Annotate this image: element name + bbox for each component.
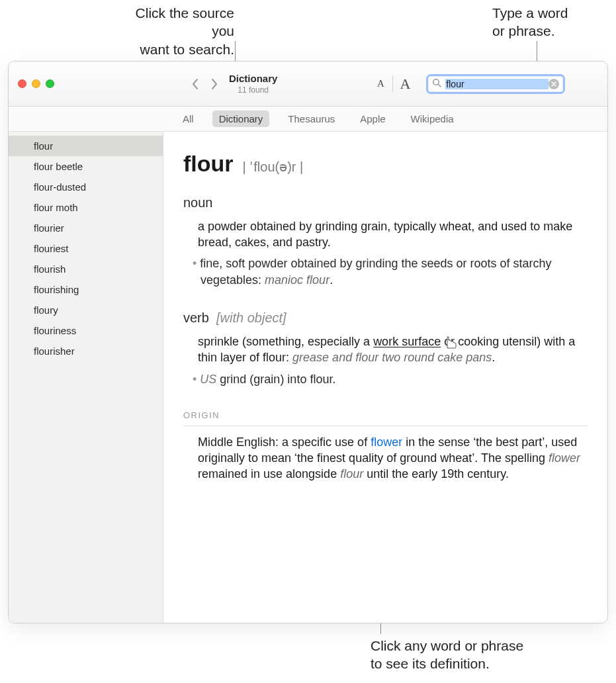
source-all[interactable]: All [176,111,200,127]
sense[interactable]: sprinkle (something, especially a work s… [198,334,588,366]
definition-pane: flour | ˈflou(ə)r | noun a powder obtain… [163,132,607,623]
part-of-speech: noun [183,194,588,212]
subsense[interactable]: US grind (grain) into flour. [200,371,588,387]
origin-header: ORIGIN [183,410,588,426]
clear-icon[interactable] [549,79,559,89]
search-field[interactable]: flour [426,74,565,94]
zoom-icon[interactable] [46,79,54,88]
list-item[interactable]: flourier [9,218,163,238]
list-item[interactable]: flour moth [9,197,163,218]
nav-group: Dictionary 11 found [187,73,277,95]
callout-search: Type a word or phrase. [492,4,568,40]
list-item[interactable]: flouriest [9,238,163,259]
subsense[interactable]: fine, soft powder obtained by grinding t… [200,255,588,288]
increase-font-button[interactable]: A [394,74,416,94]
inline-link[interactable]: work surface [373,335,441,348]
sidebar: flour flour beetle flour-dusted flour mo… [9,132,163,623]
forward-button[interactable] [206,74,222,94]
callout-source: Click the source you want to search. [122,4,234,58]
source-thesaurus[interactable]: Thesaurus [281,111,341,127]
list-item[interactable]: flourisher [9,341,163,361]
dictionary-window: Dictionary 11 found A A flour All Dictio… [8,61,608,623]
window-controls [18,79,54,88]
part-of-speech: verb [with object] [183,309,588,327]
source-wikipedia[interactable]: Wikipedia [404,111,461,127]
list-item[interactable]: flourish [9,259,163,279]
list-item[interactable]: flourishing [9,279,163,300]
source-dictionary[interactable]: Dictionary [212,111,270,127]
back-button[interactable] [187,74,202,94]
titlebar: Dictionary 11 found A A flour [9,62,607,107]
headword: flour [183,149,234,179]
source-apple[interactable]: Apple [353,111,392,127]
result-count: 11 found [238,85,269,95]
callout-click-word: Click any word or phrase to see its defi… [371,637,523,673]
font-size-group: A A [370,74,416,94]
list-item[interactable]: flour-dusted [9,177,163,197]
inline-link[interactable]: flower [371,435,402,449]
window-title: Dictionary [229,73,277,84]
minimize-icon[interactable] [32,79,40,88]
list-item[interactable]: flouriness [9,320,163,341]
search-icon [432,78,441,89]
separator [392,76,393,92]
decrease-font-button[interactable]: A [370,74,391,94]
close-icon[interactable] [18,79,26,88]
origin-text[interactable]: Middle English: a specific use of flower… [198,434,588,482]
list-item[interactable]: floury [9,300,163,320]
source-bar: All Dictionary Thesaurus Apple Wikipedia [9,107,607,132]
sense[interactable]: a powder obtained by grinding grain, typ… [198,218,588,251]
list-item[interactable]: flour [9,136,163,156]
search-input[interactable]: flour [445,79,549,89]
pronunciation: | ˈflou(ə)r | [243,158,304,176]
list-item[interactable]: flour beetle [9,156,163,177]
svg-line-1 [439,84,441,87]
